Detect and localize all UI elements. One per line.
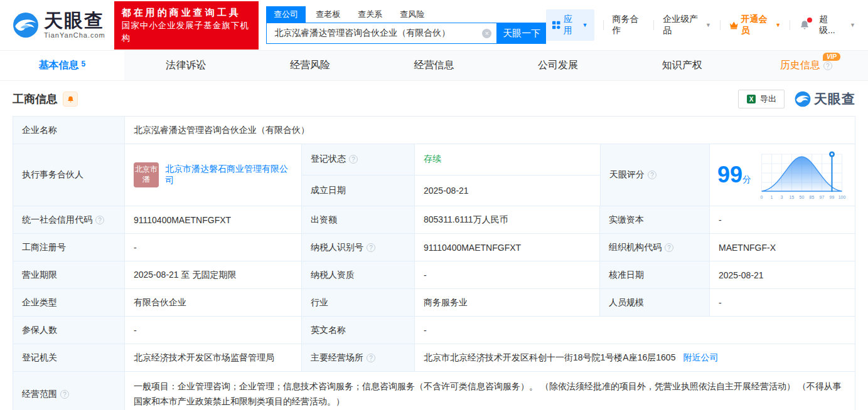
notification-badge xyxy=(807,18,812,23)
score-number: 99 xyxy=(717,162,742,187)
business-address-label-text: 主要经营场所 xyxy=(311,352,363,364)
apps-grid-icon xyxy=(552,21,560,29)
help-icon[interactable]: ? xyxy=(60,390,69,399)
tab-business-risk[interactable]: 经营风险 xyxy=(248,51,372,80)
search-input[interactable] xyxy=(274,28,482,38)
taxpayer-id-value: 91110400MAETNFGFXT xyxy=(415,234,600,261)
monitor-bell-button[interactable] xyxy=(63,92,78,107)
table-row: 统一社会信用代码 ? 91110400MAETNFGFXT 出资额 805311… xyxy=(13,206,855,234)
registration-status-value: 存续 xyxy=(415,144,600,175)
score-label: 天眼评分 ? xyxy=(600,144,710,206)
divider xyxy=(653,20,654,30)
table-row: 执行事务合伙人 北京市潘 北京市潘达磐石商业管理有限公司 登记状态 ? 存续 成… xyxy=(13,144,855,206)
help-icon[interactable]: ? xyxy=(665,243,673,252)
tab-operation-info[interactable]: 经营信息 xyxy=(372,51,496,80)
business-scope-label-text: 经营范围 xyxy=(22,389,57,400)
vip-label: 开通会员 xyxy=(741,14,773,36)
taxpayer-id-label: 纳税人识别号 ? xyxy=(302,234,415,261)
business-scope-label: 经营范围 ? xyxy=(13,372,125,410)
taxpayer-qualification-label: 纳税人资质 xyxy=(302,261,415,288)
executive-partner-value: 北京市潘 北京市潘达磐石商业管理有限公司 xyxy=(125,144,302,206)
clear-search-icon[interactable]: × xyxy=(482,29,491,38)
uscc-value: 91110400MAETNFGFXT xyxy=(125,206,302,233)
score-unit: 分 xyxy=(742,174,751,184)
nav-cooperation[interactable]: 商务合作 xyxy=(612,14,645,36)
help-icon[interactable]: ? xyxy=(367,243,375,252)
user-label: 超级... xyxy=(819,14,841,36)
established-date-label: 成立日期 xyxy=(302,176,415,206)
export-label: 导出 xyxy=(760,93,776,105)
divider xyxy=(603,20,604,30)
search-tab-boss[interactable]: 查老板 xyxy=(308,6,348,23)
tab-history[interactable]: VIP 历史信息 ? xyxy=(744,51,868,80)
tab-basic-count: 5 xyxy=(81,60,85,68)
help-icon[interactable]: ? xyxy=(648,171,656,179)
org-code-value: MAETNFGF-X xyxy=(710,234,855,261)
nearby-companies-link[interactable]: 附近公司 xyxy=(683,352,718,364)
partner-company-link[interactable]: 北京市潘达磐石商业管理有限公司 xyxy=(165,164,292,186)
section-title: 工商信息 xyxy=(13,92,58,107)
svg-text:50: 50 xyxy=(800,195,805,199)
page-header: 天眼查 TianYanCha.com 都在用的商业查询工具 国家中小企业发展子基… xyxy=(0,0,868,50)
search-tab-relation[interactable]: 查关系 xyxy=(350,6,390,23)
help-icon[interactable]: ? xyxy=(95,216,104,224)
nav-enterprise[interactable]: 企业级产品 ▼ xyxy=(663,14,711,36)
svg-text:0: 0 xyxy=(761,195,763,199)
promo-banner: 都在用的商业查询工具 国家中小企业发展子基金旗下机构 xyxy=(114,1,259,50)
table-row: 登记机关 北京经济技术开发区市场监督管理局 主要经营场所 ? 北京市北京经济技术… xyxy=(13,344,855,372)
tab-development[interactable]: 公司发展 xyxy=(496,51,620,80)
help-icon[interactable]: ? xyxy=(349,155,358,164)
watermark-logo: 天眼查 xyxy=(795,90,855,108)
business-term-value: 2025-08-21 至 无固定期限 xyxy=(125,261,302,288)
english-name-value: - xyxy=(415,317,855,344)
chevron-down-icon: ▼ xyxy=(850,22,855,28)
tab-legal[interactable]: 法律诉讼 xyxy=(124,51,249,80)
org-code-label: 组织机构代码 ? xyxy=(600,234,710,261)
svg-text:3: 3 xyxy=(781,195,783,199)
taxpayer-id-label-text: 纳税人识别号 xyxy=(311,242,363,253)
search-row: × 天眼一下 xyxy=(266,23,546,44)
user-menu[interactable]: 超级... ▼ xyxy=(819,14,855,36)
search-button[interactable]: 天眼一下 xyxy=(497,23,546,44)
enterprise-label: 企业级产品 xyxy=(663,14,703,36)
table-row: 营业期限 2025-08-21 至 无固定期限 纳税人资质 - 核准日期 202… xyxy=(13,261,855,289)
help-icon[interactable]: ? xyxy=(367,354,375,362)
registration-authority-label: 登记机关 xyxy=(13,344,125,371)
excel-icon: X xyxy=(746,94,756,104)
vip-badge: VIP xyxy=(823,53,840,61)
help-icon[interactable]: ? xyxy=(823,61,832,70)
search-area: 查公司 查老板 查关系 查风险 × 天眼一下 xyxy=(266,6,546,44)
chevron-down-icon: ▼ xyxy=(582,22,588,28)
tab-intellectual-property[interactable]: 知识产权 xyxy=(620,51,744,80)
search-tab-company[interactable]: 查公司 xyxy=(266,6,306,23)
table-row: 工商注册号 - 纳税人识别号 ? 91110400MAETNFGFXT 组织机构… xyxy=(13,234,855,261)
insured-count-value: - xyxy=(125,317,302,344)
nav-vip[interactable]: 开通会员 ▼ xyxy=(729,14,781,36)
export-button[interactable]: X 导出 xyxy=(738,90,785,108)
search-tabs: 查公司 查老板 查关系 查风险 xyxy=(266,6,546,23)
staff-size-label: 人员规模 xyxy=(600,289,710,316)
crown-icon xyxy=(729,21,739,29)
tab-basic-label: 基本信息 xyxy=(38,59,78,72)
table-subrow: 成立日期 2025-08-21 xyxy=(302,176,600,206)
staff-size-value: - xyxy=(710,289,855,316)
registration-authority-value: 北京经济技术开发区市场监督管理局 xyxy=(125,344,302,371)
table-row: 经营范围 ? 一般项目：企业管理咨询；企业管理；信息技术咨询服务；信息咨询服务（… xyxy=(13,372,855,410)
score-axis-ticks: 0 1 3 15 50 85 97 99 100 xyxy=(761,195,846,199)
svg-text:97: 97 xyxy=(820,195,825,199)
tab-basic-info[interactable]: 基本信息 5 xyxy=(0,51,124,80)
tianyancha-logo[interactable]: 天眼查 TianYanCha.com xyxy=(13,11,105,39)
score-number-wrap: 99分 xyxy=(717,164,751,186)
partner-avatar[interactable]: 北京市潘 xyxy=(134,162,159,187)
search-tab-risk[interactable]: 查风险 xyxy=(392,6,432,23)
apps-menu[interactable]: 应用 ▼ xyxy=(546,9,594,41)
chevron-down-icon: ▼ xyxy=(705,22,711,28)
svg-text:100: 100 xyxy=(839,195,846,199)
table-row: 企业类型 有限合伙企业 行业 商务服务业 人员规模 - xyxy=(13,289,855,317)
executive-partner-label: 执行事务合伙人 xyxy=(13,144,125,206)
chevron-down-icon: ▼ xyxy=(775,22,781,28)
notifications-button[interactable] xyxy=(799,19,810,31)
company-type-label: 企业类型 xyxy=(13,289,125,316)
english-name-label: 英文名称 xyxy=(302,317,415,344)
uscc-label-text: 统一社会信用代码 xyxy=(22,214,92,226)
